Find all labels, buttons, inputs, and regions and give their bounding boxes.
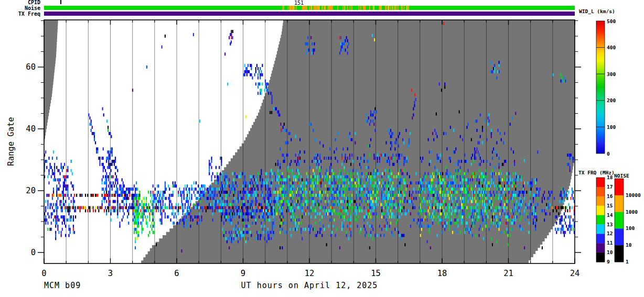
data-cell xyxy=(558,212,559,215)
data-cell xyxy=(103,188,104,191)
data-cell xyxy=(142,200,143,203)
data-cell xyxy=(153,191,154,194)
data-cell xyxy=(198,206,199,210)
data-cell xyxy=(324,228,325,231)
data-cell xyxy=(281,175,282,179)
data-cell xyxy=(423,225,424,228)
data-cell xyxy=(203,194,205,197)
data-cell xyxy=(515,215,516,218)
data-cell xyxy=(184,209,185,212)
data-cell xyxy=(484,218,485,222)
data-cell xyxy=(285,194,286,197)
data-cell xyxy=(399,163,400,166)
data-cell xyxy=(252,203,253,206)
data-cell xyxy=(372,119,373,123)
data-cell xyxy=(486,175,487,179)
data-cell xyxy=(495,197,496,200)
noise-fleck xyxy=(305,6,306,10)
data-cell xyxy=(232,188,233,191)
data-cell xyxy=(152,203,153,206)
data-cell xyxy=(470,231,471,234)
data-cell xyxy=(277,163,278,166)
data-cell xyxy=(568,163,569,166)
data-cell xyxy=(352,178,353,181)
data-cell xyxy=(460,191,461,194)
data-cell xyxy=(506,222,507,225)
data-cell xyxy=(435,200,436,203)
data-cell xyxy=(288,200,289,203)
data-cell xyxy=(231,209,232,212)
data-cell xyxy=(217,209,218,212)
data-cell xyxy=(74,194,75,197)
data-cell xyxy=(349,188,350,191)
data-cell xyxy=(391,141,392,145)
data-cell xyxy=(64,184,65,188)
data-cell xyxy=(167,206,168,210)
data-cell xyxy=(230,234,231,237)
station-label: MCM b09 xyxy=(44,281,81,290)
data-cell xyxy=(443,22,444,25)
data-cell xyxy=(347,175,348,179)
data-cell xyxy=(479,228,480,231)
noise-fleck xyxy=(302,6,303,10)
data-cell xyxy=(437,203,438,206)
data-cell xyxy=(148,234,149,237)
data-cell xyxy=(209,166,210,169)
data-cell xyxy=(101,206,102,210)
data-cell xyxy=(474,150,475,153)
data-cell xyxy=(350,234,351,237)
data-cell xyxy=(95,209,96,212)
data-cell xyxy=(485,184,486,188)
data-cell xyxy=(418,212,419,215)
data-cell xyxy=(401,184,402,188)
data-cell xyxy=(480,212,481,215)
data-cell xyxy=(482,129,483,132)
data-cell xyxy=(381,175,382,179)
data-cell xyxy=(119,209,120,212)
wid-colorbar-tick-label: 200 xyxy=(607,97,616,103)
data-cell xyxy=(242,184,243,188)
data-cell xyxy=(314,178,315,181)
data-cell xyxy=(533,197,534,200)
data-cell xyxy=(331,231,332,234)
data-cell xyxy=(349,157,350,160)
data-cell xyxy=(315,181,316,184)
data-cell xyxy=(309,123,310,126)
data-cell xyxy=(468,194,469,197)
data-cell xyxy=(493,200,494,203)
data-cell xyxy=(134,222,135,225)
data-cell xyxy=(359,209,360,212)
data-cell xyxy=(382,197,383,200)
data-cell xyxy=(537,197,538,200)
data-cell xyxy=(337,200,338,203)
data-cell xyxy=(390,135,391,138)
data-cell xyxy=(492,150,493,153)
data-cell xyxy=(437,197,438,200)
data-cell xyxy=(108,150,109,153)
data-cell xyxy=(135,191,136,194)
data-cell xyxy=(451,191,452,194)
data-cell xyxy=(154,231,155,234)
data-cell xyxy=(389,203,390,206)
data-cell xyxy=(126,191,127,194)
data-cell xyxy=(423,184,424,188)
data-cell xyxy=(404,160,405,163)
data-cell xyxy=(173,212,174,215)
data-cell xyxy=(46,166,47,169)
data-cell xyxy=(135,212,136,215)
data-cell xyxy=(373,175,374,179)
data-cell xyxy=(428,184,429,188)
data-cell xyxy=(114,163,115,166)
data-cell xyxy=(187,222,188,225)
data-cell xyxy=(449,218,450,222)
data-cell xyxy=(244,237,245,240)
data-cell xyxy=(210,191,211,194)
data-cell xyxy=(373,206,374,210)
data-cell xyxy=(501,231,502,234)
data-cell xyxy=(313,184,314,188)
data-cell xyxy=(521,178,522,181)
data-cell xyxy=(291,194,292,197)
data-cell xyxy=(227,212,228,215)
data-cell xyxy=(389,169,390,172)
data-cell xyxy=(376,181,377,184)
